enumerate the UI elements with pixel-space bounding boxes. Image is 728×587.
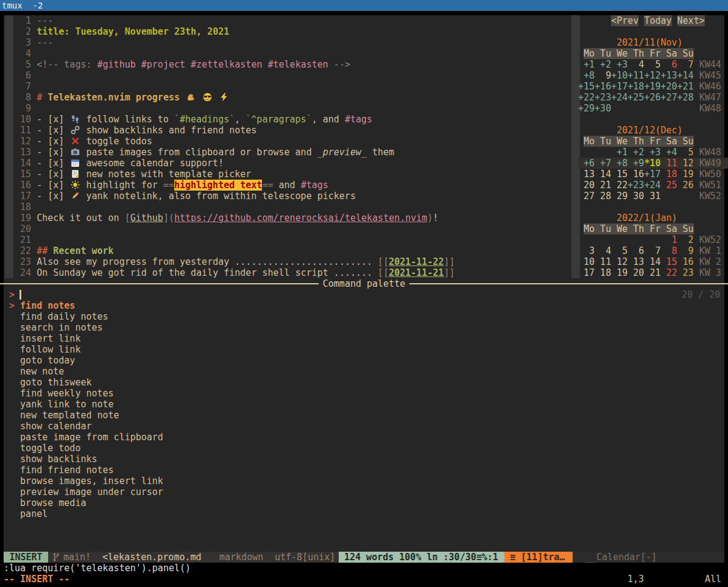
- calendar-day[interactable]: 25: [660, 180, 677, 191]
- palette-item[interactable]: find friend notes: [4, 465, 163, 476]
- calendar-day[interactable]: 11: [595, 256, 611, 267]
- calendar-day[interactable]: 17: [578, 267, 595, 278]
- palette-item[interactable]: show backlinks: [4, 454, 163, 465]
- calendar-day[interactable]: 16: [677, 256, 694, 267]
- calendar-day[interactable]: +15: [578, 81, 595, 92]
- calendar-day[interactable]: 4: [595, 245, 611, 256]
- editor-line[interactable]: 12 - [x] toggle todos: [4, 136, 455, 147]
- calendar-day[interactable]: +17: [644, 169, 660, 180]
- calendar-day[interactable]: 8: [660, 245, 677, 256]
- calendar-day[interactable]: +1: [578, 59, 595, 70]
- tab-indicator[interactable]: ≡ [11]tra…: [504, 552, 573, 563]
- palette-item[interactable]: browse images, insert link: [4, 476, 163, 487]
- calendar-day[interactable]: 13: [627, 256, 644, 267]
- palette-item[interactable]: toggle todo: [4, 443, 163, 454]
- calendar-day[interactable]: +25: [627, 92, 644, 103]
- calendar-day[interactable]: +24: [644, 180, 660, 191]
- calendar-day[interactable]: 21: [595, 180, 611, 191]
- calendar-day[interactable]: 14: [595, 169, 611, 180]
- calendar-day[interactable]: 5: [677, 147, 694, 158]
- calendar-day[interactable]: 22: [660, 267, 677, 278]
- calendar-day[interactable]: *10: [644, 158, 660, 169]
- palette-item[interactable]: goto today: [4, 355, 163, 366]
- calendar-day[interactable]: 15: [611, 169, 627, 180]
- palette-item[interactable]: new templated note: [4, 410, 163, 421]
- editor-line[interactable]: 15 - [x] new notes with template picker: [4, 169, 455, 180]
- calendar-day[interactable]: +14: [677, 70, 694, 81]
- calendar-day[interactable]: +13: [660, 70, 677, 81]
- calendar-day[interactable]: 16: [627, 169, 644, 180]
- calendar-day[interactable]: 13: [578, 169, 595, 180]
- calendar-nav-next-button[interactable]: Next>: [677, 15, 705, 26]
- editor-line[interactable]: 2 title: Tuesday, November 23th, 2021: [4, 26, 455, 37]
- calendar-day[interactable]: +19: [644, 81, 660, 92]
- command-palette[interactable]: > > find notes find daily notes search i…: [4, 289, 163, 519]
- calendar-day[interactable]: 15: [660, 256, 677, 267]
- editor-line[interactable]: 1 ---: [4, 15, 455, 26]
- calendar-day[interactable]: 21: [644, 267, 660, 278]
- calendar-day[interactable]: +23: [627, 180, 644, 191]
- editor-line[interactable]: 20: [4, 223, 455, 234]
- editor-line[interactable]: 17 - [x] yank notelink, also from within…: [4, 191, 455, 202]
- calendar-nav-prev-button[interactable]: <Prev: [611, 15, 638, 26]
- calendar-day[interactable]: 19: [611, 267, 627, 278]
- editor-line[interactable]: 14 - [x] awesome calendar support!: [4, 158, 455, 169]
- calendar-day[interactable]: +23: [595, 92, 611, 103]
- editor-line[interactable]: 7: [4, 81, 455, 92]
- editor-line[interactable]: 8 # Telekasten.nvim progress: [4, 92, 455, 103]
- calendar-day[interactable]: 23: [677, 267, 694, 278]
- editor-line[interactable]: 10 - [x] follow links to `#headings`, `^…: [4, 114, 455, 125]
- calendar-day[interactable]: +20: [660, 81, 677, 92]
- calendar-day[interactable]: +4: [660, 147, 677, 158]
- editor-line[interactable]: 6: [4, 70, 455, 81]
- calendar-day[interactable]: +24: [611, 92, 627, 103]
- calendar-day[interactable]: 19: [677, 169, 694, 180]
- calendar-day[interactable]: +6: [578, 158, 595, 169]
- calendar-day[interactable]: 29: [611, 191, 627, 202]
- palette-item[interactable]: find daily notes: [4, 311, 163, 322]
- editor-buffer[interactable]: 1 --- 2 title: Tuesday, November 23th, 2…: [4, 15, 455, 278]
- calendar-day[interactable]: 7: [644, 245, 660, 256]
- calendar-day[interactable]: 18: [595, 267, 611, 278]
- calendar-day[interactable]: 10: [578, 256, 595, 267]
- calendar-day[interactable]: 22: [611, 180, 627, 191]
- calendar-day[interactable]: 12: [611, 256, 627, 267]
- palette-item[interactable]: new note: [4, 366, 163, 377]
- calendar-day[interactable]: +22: [578, 92, 595, 103]
- editor-line[interactable]: 22 ## Recent work: [4, 245, 455, 256]
- calendar-day[interactable]: +16: [595, 81, 611, 92]
- editor-line[interactable]: 23 Also see my progress from yesterday .…: [4, 256, 455, 267]
- editor-line[interactable]: 13 - [x] paste images from clipboard or …: [4, 147, 455, 158]
- editor-line[interactable]: 5 <!-- tags: #github #project #zettelkas…: [4, 59, 455, 70]
- calendar-day[interactable]: +3: [644, 147, 660, 158]
- calendar-day[interactable]: 6: [660, 59, 677, 70]
- calendar-day[interactable]: 27: [578, 191, 595, 202]
- calendar-day[interactable]: +2: [627, 147, 644, 158]
- command-line[interactable]: :lua require('telekasten').panel(): [4, 563, 191, 574]
- calendar-day[interactable]: +1: [611, 147, 627, 158]
- palette-item[interactable]: find weekly notes: [4, 388, 163, 399]
- palette-item-selected[interactable]: > find notes: [4, 300, 163, 311]
- calendar-day[interactable]: +18: [627, 81, 644, 92]
- palette-item[interactable]: yank link to note: [4, 399, 163, 410]
- editor-line[interactable]: 24 On Sunday we got rid of the daily fin…: [4, 267, 455, 278]
- calendar-nav-today-button[interactable]: Today: [644, 15, 671, 26]
- calendar-day[interactable]: 12: [677, 158, 694, 169]
- palette-item[interactable]: show calendar: [4, 421, 163, 432]
- calendar-day[interactable]: +9: [627, 158, 644, 169]
- editor-line[interactable]: 16 - [x] highlight for ==highlighted tex…: [4, 180, 455, 191]
- calendar-day[interactable]: 6: [627, 245, 644, 256]
- palette-item[interactable]: search in notes: [4, 322, 163, 333]
- calendar-day[interactable]: 1: [660, 234, 677, 245]
- editor-line[interactable]: 21: [4, 234, 455, 245]
- calendar-day[interactable]: +2: [595, 59, 611, 70]
- calendar-day[interactable]: 30: [627, 191, 644, 202]
- calendar-day[interactable]: +27: [660, 92, 677, 103]
- calendar-day[interactable]: 20: [627, 267, 644, 278]
- calendar-day[interactable]: 7: [677, 59, 694, 70]
- calendar-day[interactable]: 11: [660, 158, 677, 169]
- calendar-day[interactable]: 3: [578, 245, 595, 256]
- calendar-day[interactable]: +29: [578, 103, 595, 114]
- editor-line[interactable]: 11 - [x] show backlinks and friend notes: [4, 125, 455, 136]
- palette-prompt[interactable]: >: [4, 289, 163, 300]
